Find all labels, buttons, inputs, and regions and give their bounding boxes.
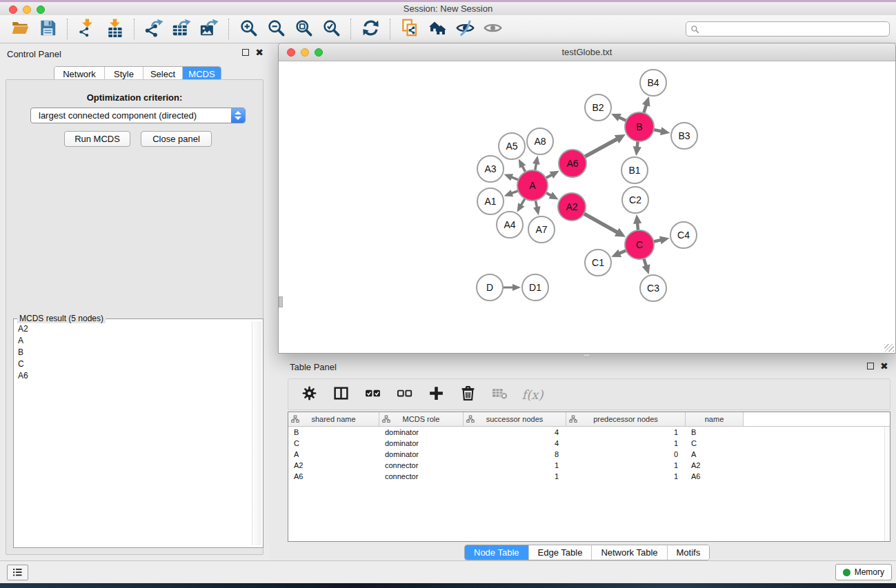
edge-A2-C[interactable]: [583, 213, 626, 237]
cell[interactable]: A6: [288, 472, 379, 480]
node-A3[interactable]: A3: [477, 156, 504, 182]
tab-mcds[interactable]: MCDS: [183, 67, 221, 81]
cell[interactable]: 1: [566, 461, 686, 469]
result-item[interactable]: A2: [15, 323, 250, 335]
cell[interactable]: A2: [288, 461, 379, 469]
table-row[interactable]: Bdominator41B: [288, 427, 890, 438]
create-column-button[interactable]: [424, 383, 448, 406]
node-C[interactable]: C: [625, 230, 654, 259]
node-A7[interactable]: A7: [528, 216, 555, 243]
node-A8[interactable]: A8: [527, 128, 553, 154]
delete-column-button[interactable]: [455, 383, 480, 406]
node-B3[interactable]: B3: [671, 123, 697, 149]
cell[interactable]: 0: [566, 450, 686, 458]
close-table-panel-icon[interactable]: ✖: [880, 363, 888, 369]
column-header-successor-nodes[interactable]: successor nodes: [464, 412, 566, 426]
table-row[interactable]: A2connector11A2: [288, 460, 890, 471]
node-A4[interactable]: A4: [497, 212, 523, 238]
node-C2[interactable]: C2: [622, 187, 648, 213]
cell[interactable]: 1: [566, 472, 686, 480]
cell[interactable]: 1: [566, 428, 686, 436]
node-A6[interactable]: A6: [559, 150, 586, 177]
zoom-selected-button[interactable]: [319, 17, 344, 41]
cell[interactable]: 4: [464, 428, 566, 436]
import-network-button[interactable]: [74, 17, 99, 41]
window-resize-grip[interactable]: [884, 344, 894, 352]
close-window-button[interactable]: [9, 6, 17, 14]
run-mcds-button[interactable]: Run MCDS: [64, 131, 130, 147]
select-all-rows-button[interactable]: [360, 383, 385, 406]
edge-A6-B[interactable]: [584, 134, 626, 157]
edge-A-A8[interactable]: [532, 156, 539, 172]
edge-C-C4[interactable]: [653, 236, 670, 244]
cell[interactable]: 4: [464, 439, 566, 447]
save-session-button[interactable]: [35, 17, 60, 41]
node-A1[interactable]: A1: [477, 188, 504, 214]
table-scrollbar[interactable]: [884, 427, 890, 541]
column-header-predecessor-nodes[interactable]: predecessor nodes: [566, 412, 686, 426]
close-panel-icon[interactable]: ✖: [255, 49, 263, 56]
result-scrollbar[interactable]: [252, 321, 261, 545]
node-C3[interactable]: C3: [640, 275, 666, 301]
cell[interactable]: 1: [464, 461, 566, 469]
edge-B-B3[interactable]: [653, 127, 670, 135]
column-header-MCDS-role[interactable]: MCDS role: [379, 412, 464, 426]
edge-A-A2[interactable]: [545, 192, 559, 199]
close-panel-button[interactable]: Close panel: [141, 131, 212, 147]
zoom-fit-button[interactable]: [291, 17, 316, 41]
column-header-name[interactable]: name: [686, 412, 744, 426]
show-column-button[interactable]: [328, 383, 353, 406]
edge-A-A6[interactable]: [545, 171, 559, 179]
node-A2[interactable]: A2: [558, 193, 586, 221]
export-image-button[interactable]: [197, 17, 221, 41]
table-row[interactable]: Cdominator41C: [288, 438, 890, 449]
export-table-button[interactable]: [169, 17, 194, 41]
export-network-button[interactable]: [141, 17, 166, 41]
tab-network-table[interactable]: Network Table: [592, 545, 667, 560]
cell[interactable]: connector: [379, 472, 464, 480]
criterion-select[interactable]: largest connected component (directed): [30, 108, 246, 123]
result-item[interactable]: B: [15, 347, 250, 358]
zoom-in-button[interactable]: [236, 17, 261, 41]
result-item[interactable]: C: [15, 358, 250, 370]
import-table-button[interactable]: [102, 17, 127, 41]
node-D1[interactable]: D1: [522, 274, 548, 301]
edge-A-A7[interactable]: [533, 199, 540, 216]
table-row[interactable]: Adominator80A: [288, 449, 890, 460]
edge-C-C2[interactable]: [633, 214, 641, 232]
cell[interactable]: dominator: [379, 450, 464, 458]
node-B2[interactable]: B2: [585, 94, 611, 121]
edge-C-C3[interactable]: [642, 257, 650, 274]
network-zoom-button[interactable]: [315, 48, 323, 57]
float-table-panel-icon[interactable]: [867, 363, 874, 369]
tab-node-table[interactable]: Node Table: [465, 545, 529, 560]
zoom-out-button[interactable]: [263, 17, 288, 41]
node-B[interactable]: B: [625, 112, 654, 141]
node-A[interactable]: A: [517, 170, 548, 201]
network-minimize-button[interactable]: [301, 48, 309, 57]
deselect-all-rows-button[interactable]: [392, 383, 417, 406]
network-close-button[interactable]: [287, 48, 295, 57]
network-canvas[interactable]: AA1A3A4A5A7A8A6A2BB1B2B3B4CC1C2C3C4DD1: [279, 61, 895, 353]
home-networks-button[interactable]: [425, 17, 450, 41]
memory-button[interactable]: Memory: [835, 564, 892, 580]
node-B1[interactable]: B1: [621, 157, 648, 183]
tab-select[interactable]: Select: [143, 67, 183, 81]
search-box[interactable]: [686, 21, 890, 37]
node-C1[interactable]: C1: [585, 250, 611, 276]
cell[interactable]: B: [686, 428, 744, 436]
search-input[interactable]: [702, 24, 885, 34]
cell[interactable]: A: [686, 450, 744, 458]
edge-B-B2[interactable]: [611, 114, 628, 121]
cell[interactable]: 1: [464, 472, 566, 480]
cell[interactable]: dominator: [379, 428, 464, 436]
edge-A-A4[interactable]: [517, 197, 526, 212]
edge-B-B4[interactable]: [642, 97, 650, 114]
edge-B-B1[interactable]: [633, 140, 641, 156]
table-settings-button[interactable]: [297, 383, 321, 406]
result-item[interactable]: A: [15, 335, 250, 347]
open-session-button[interactable]: [8, 17, 32, 41]
edge-A-A1[interactable]: [504, 190, 520, 196]
cell[interactable]: C: [288, 439, 379, 447]
copy-style-button[interactable]: [397, 17, 422, 41]
